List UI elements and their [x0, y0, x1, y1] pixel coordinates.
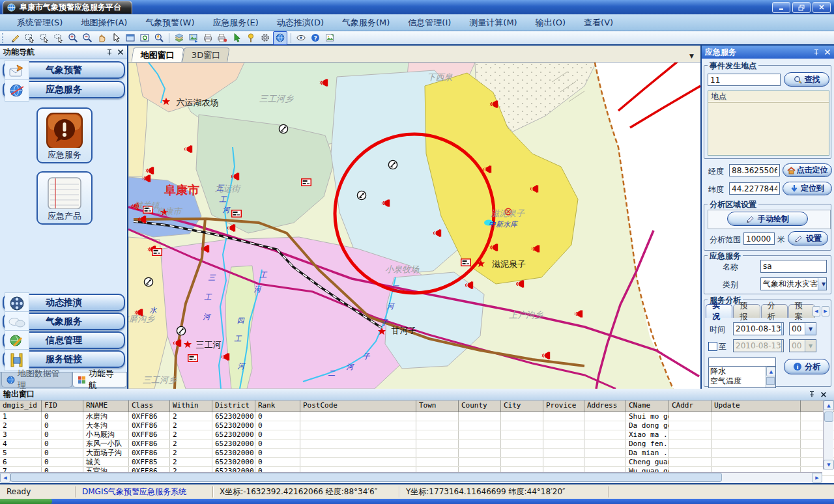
- location-list-header[interactable]: 地点: [708, 91, 829, 102]
- scroll-down-icon[interactable]: ▼: [824, 460, 834, 469]
- element-listbox[interactable]: 降水空气温度 ▲: [708, 366, 776, 388]
- menu-item[interactable]: 信息管理(I): [399, 17, 460, 29]
- tab-function-nav[interactable]: 功能导航: [72, 372, 127, 387]
- pin-icon[interactable]: [813, 49, 820, 56]
- full-extent-icon[interactable]: [124, 32, 137, 44]
- scroll-thumb[interactable]: [10, 473, 722, 482]
- station-flag-icon[interactable]: [461, 259, 471, 266]
- set-button[interactable]: 设置: [788, 231, 828, 245]
- column-header[interactable]: District: [212, 400, 255, 412]
- close-button[interactable]: [812, 2, 831, 13]
- table-row[interactable]: 10水磨沟0XFF8626523020000Shui mo gou: [0, 412, 834, 421]
- column-header[interactable]: Class: [129, 400, 170, 412]
- pin-icon[interactable]: [106, 49, 113, 56]
- analysis-tab-预案[interactable]: 预案: [788, 304, 815, 318]
- export-image-icon[interactable]: [187, 32, 200, 44]
- select-polygon-icon[interactable]: [38, 32, 51, 44]
- chevron-down-icon[interactable]: ▼: [818, 278, 827, 290]
- minimize-button[interactable]: [772, 2, 790, 13]
- station-flag-icon[interactable]: [302, 179, 311, 186]
- column-header[interactable]: CAddr: [669, 400, 712, 412]
- menu-item[interactable]: 地图操作(A): [72, 17, 136, 29]
- chevron-down-icon[interactable]: ▼: [781, 340, 784, 352]
- map-canvas[interactable]: 六运湖农场三工河乡下西泉九运街城关镇阜康市阜康市滋泥泉子中新水库滋泥泉子小泉牧场…: [128, 63, 700, 389]
- facility-circle-icon[interactable]: [177, 326, 185, 335]
- close-panel-icon[interactable]: [117, 49, 124, 55]
- close-panel-icon[interactable]: [820, 391, 827, 398]
- pan-hand-icon[interactable]: [95, 32, 108, 44]
- column-header[interactable]: RNAME: [83, 400, 129, 412]
- scroll-left-icon[interactable]: ◀: [0, 473, 10, 483]
- column-header[interactable]: Provice: [543, 400, 584, 412]
- map-tab-overflow-dropdown[interactable]: ▼: [689, 53, 700, 59]
- start-button-edge[interactable]: [0, 499, 52, 504]
- shortcut-emergency-product[interactable]: 应急产品: [36, 171, 93, 225]
- select-rectangle-icon[interactable]: [23, 32, 36, 44]
- column-header[interactable]: dmgis_id: [0, 400, 42, 412]
- refresh-view-icon[interactable]: [138, 32, 151, 44]
- menu-item[interactable]: 气象服务(M): [333, 17, 399, 29]
- vertical-scrollbar[interactable]: ▲ ▼: [823, 400, 833, 469]
- measure-pencil-icon[interactable]: [9, 32, 22, 44]
- column-header[interactable]: CName: [626, 400, 669, 412]
- shortcut-emergency-service[interactable]: 应急服务: [36, 107, 93, 163]
- help-icon[interactable]: ?: [309, 32, 322, 44]
- nav-item-dynamic-deduction[interactable]: 动态推演: [3, 294, 125, 311]
- map-layers-icon[interactable]: [173, 32, 186, 44]
- column-header[interactable]: Address: [584, 400, 626, 412]
- date2-select[interactable]: 2010-08-13▼: [733, 339, 784, 352]
- find-button[interactable]: 查找: [784, 72, 829, 87]
- tab-scroll-right-icon[interactable]: ▶: [822, 306, 829, 316]
- nav-item-weather-warning[interactable]: 气象预警: [3, 61, 125, 79]
- table-row[interactable]: 40东风一小队0XFF8626523020000Dong fen...: [0, 440, 834, 449]
- locate-click-button[interactable]: 点击定位: [783, 163, 832, 177]
- hour-select[interactable]: 00▼: [789, 322, 816, 335]
- service-type-select[interactable]: 气象和洪水灾害▼: [760, 277, 827, 290]
- nav-item-weather-service[interactable]: 气象服务: [3, 313, 125, 330]
- identify-search-icon[interactable]: [152, 32, 165, 44]
- manual-draw-button[interactable]: 手动绘制: [727, 212, 808, 226]
- date-select[interactable]: 2010-08-13▼: [733, 322, 784, 335]
- chevron-down-icon[interactable]: ▼: [805, 323, 816, 335]
- location-search-input[interactable]: [708, 74, 781, 86]
- settings-gear-icon[interactable]: [259, 32, 272, 44]
- facility-circle-icon[interactable]: [388, 160, 397, 169]
- column-header[interactable]: Update: [712, 400, 801, 412]
- to-checkbox[interactable]: [708, 342, 717, 351]
- print-icon[interactable]: [201, 32, 214, 44]
- facility-circle-icon[interactable]: [279, 124, 287, 133]
- globe-network-icon[interactable]: [273, 31, 287, 45]
- location-result-list[interactable]: 地点: [708, 91, 829, 156]
- insert-picture-icon[interactable]: [323, 32, 336, 44]
- tab-map-window[interactable]: 地图窗口: [131, 48, 184, 62]
- station-flag-icon[interactable]: [152, 249, 162, 256]
- tab-map-data-management[interactable]: 地图数据管理: [1, 372, 72, 387]
- table-row[interactable]: 30小马厩沟0XFF8626523020000Xiao ma ...: [0, 430, 834, 440]
- nav-item-info-management[interactable]: 信息管理: [3, 331, 125, 349]
- scroll-up-icon[interactable]: ▲: [766, 367, 776, 376]
- scroll-thumb[interactable]: [766, 377, 775, 385]
- pin-icon[interactable]: [809, 391, 815, 398]
- table-row[interactable]: 50大面场子沟0XFF8626523020000Da mian ...: [0, 449, 834, 458]
- latitude-input[interactable]: [729, 182, 780, 195]
- longitude-input[interactable]: [729, 164, 780, 176]
- station-flag-icon[interactable]: [188, 355, 198, 362]
- column-header[interactable]: City: [501, 400, 543, 412]
- taskbar-sliver[interactable]: [0, 499, 834, 504]
- menu-item[interactable]: 系统管理(S): [8, 17, 72, 29]
- scroll-up-icon[interactable]: ▲: [824, 400, 834, 410]
- analysis-tab-分析[interactable]: 分析: [761, 304, 788, 318]
- column-header[interactable]: FID: [42, 400, 83, 412]
- column-header[interactable]: Town: [416, 400, 459, 412]
- service-name-input[interactable]: [760, 260, 827, 273]
- chevron-down-icon[interactable]: ▼: [781, 323, 784, 335]
- column-header[interactable]: County: [459, 400, 501, 412]
- table-row[interactable]: 60城关0XFF8526523020000Cheng guan: [0, 458, 834, 467]
- visibility-eye-icon[interactable]: [295, 32, 308, 44]
- station-flag-icon[interactable]: [232, 210, 242, 217]
- menu-item[interactable]: 测量计算(M): [460, 17, 526, 29]
- column-header[interactable]: PostCode: [300, 400, 416, 412]
- close-panel-icon[interactable]: [824, 49, 831, 55]
- pick-feature-icon[interactable]: [230, 32, 243, 44]
- menu-item[interactable]: 查看(V): [575, 17, 622, 29]
